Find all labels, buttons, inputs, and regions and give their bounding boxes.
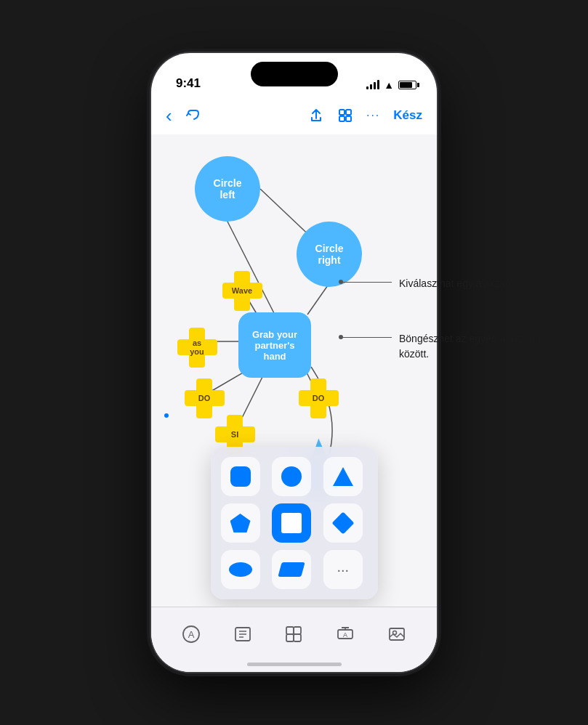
svg-line-6: [307, 283, 329, 315]
node-circle-left-label: Circle left: [214, 177, 242, 201]
dot-indicator: [164, 413, 169, 418]
status-icons: ▲: [366, 79, 416, 91]
svg-rect-3: [346, 116, 351, 121]
node-as-you-label: as you: [190, 339, 204, 356]
svg-rect-20: [286, 634, 294, 641]
node-do-right-label: DO: [313, 394, 325, 402]
node-circle-left[interactable]: Circle left: [195, 156, 260, 222]
annotation-line-2: [341, 337, 392, 338]
toolbar: ‹ ···: [151, 97, 437, 134]
share-button[interactable]: [308, 108, 324, 123]
svg-rect-18: [286, 627, 294, 634]
done-button[interactable]: Kész: [393, 108, 422, 123]
svg-rect-1: [346, 110, 351, 115]
node-si-label: SI: [231, 430, 238, 439]
svg-text:A: A: [188, 629, 195, 640]
pen-button[interactable]: A: [175, 618, 207, 650]
node-as-you[interactable]: as you: [172, 322, 222, 373]
node-do-left-label: DO: [198, 394, 211, 402]
battery-icon: [398, 81, 416, 89]
shape-parallelogram-btn[interactable]: [272, 550, 311, 589]
shape-more-btn[interactable]: ···: [323, 550, 363, 589]
signal-icon: [366, 81, 379, 89]
shape-circle-btn[interactable]: [272, 457, 311, 496]
annotation-dot-1: [339, 280, 343, 284]
shapes-button[interactable]: [278, 618, 310, 650]
annotation-text-2: Böngészhet az egyéb alakzatok között.: [399, 333, 543, 360]
shape-rounded-square-btn[interactable]: [221, 457, 260, 496]
dynamic-island: [251, 62, 338, 86]
svg-rect-19: [294, 627, 301, 634]
back-button[interactable]: ‹: [166, 105, 172, 127]
annotation-2: Böngészhet az egyéb alakzatok között.: [399, 331, 544, 362]
svg-rect-21: [294, 634, 301, 641]
node-do-right[interactable]: DO: [293, 373, 344, 424]
annotation-1: Kiválaszthat egy alakzatot.: [399, 276, 544, 291]
node-center-label: Grab your partner's hand: [252, 329, 297, 362]
annotations-area: Kiválaszthat egy alakzatot. Böngészhet a…: [399, 276, 544, 362]
node-wave-label: Wave: [232, 286, 252, 295]
svg-rect-2: [339, 116, 345, 121]
grid-button[interactable]: [337, 108, 353, 123]
annotation-line-1: [341, 282, 392, 283]
home-indicator: [247, 663, 342, 666]
node-circle-right-label: Circle right: [315, 243, 344, 266]
shape-square-btn[interactable]: [272, 503, 311, 543]
shape-picker: ···: [211, 447, 378, 599]
shape-triangle-btn[interactable]: [323, 457, 363, 496]
status-time: 9:41: [176, 76, 201, 91]
svg-rect-0: [339, 110, 345, 115]
bottom-toolbar: A A: [151, 607, 437, 672]
annotation-text-1: Kiválaszthat egy alakzatot.: [399, 278, 520, 289]
media-button[interactable]: [381, 618, 413, 650]
node-circle-right[interactable]: Circle right: [297, 222, 362, 287]
shape-pentagon-btn[interactable]: [221, 503, 260, 543]
shape-diamond-btn[interactable]: [323, 503, 363, 543]
textbox-button[interactable]: A: [329, 618, 361, 650]
wifi-icon: ▲: [384, 79, 394, 91]
node-center[interactable]: Grab your partner's hand: [238, 312, 311, 378]
annotation-dot-2: [339, 335, 343, 339]
phone-frame: 9:41 ▲ ‹: [151, 53, 437, 672]
canvas-area: Circle left Circle right Grab your partn…: [151, 134, 437, 607]
svg-text:A: A: [343, 631, 347, 639]
shape-oval-btn[interactable]: [221, 550, 260, 589]
node-wave[interactable]: Wave: [217, 265, 267, 316]
undo-button[interactable]: [185, 108, 201, 123]
text-button[interactable]: [227, 618, 259, 650]
more-button[interactable]: ···: [366, 109, 380, 122]
